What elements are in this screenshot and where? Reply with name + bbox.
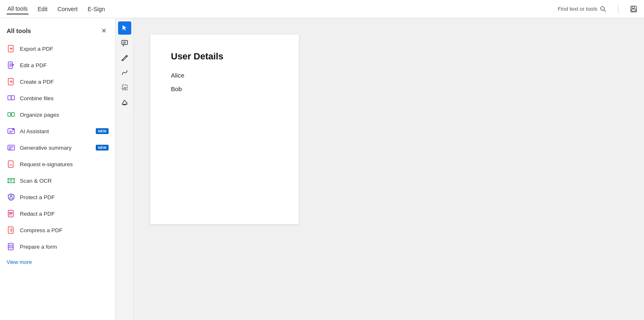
organize-icon xyxy=(7,110,16,119)
tool-protect-label: Protect a PDF xyxy=(20,194,55,200)
redact-pdf-icon xyxy=(7,209,16,218)
tool-redact[interactable]: Redact a PDF xyxy=(0,205,115,222)
tool-create-pdf-label: Create a PDF xyxy=(20,79,54,85)
save-icon[interactable] xyxy=(630,5,637,13)
export-pdf-icon xyxy=(7,44,16,53)
search-label: Find text or tools xyxy=(558,6,597,12)
svg-rect-21 xyxy=(8,243,13,250)
draw-tool-button[interactable] xyxy=(118,51,131,64)
svg-rect-22 xyxy=(9,245,12,246)
svg-rect-4 xyxy=(632,9,636,11)
tool-export-pdf-label: Export a PDF xyxy=(20,46,53,52)
add-comment-button[interactable] xyxy=(118,36,131,49)
tool-gen-summary-label: Generative summary xyxy=(20,145,71,151)
ai-assistant-new-badge: NEW xyxy=(96,128,109,134)
protect-pdf-icon xyxy=(7,193,16,202)
tool-compress-label: Compress a PDF xyxy=(20,227,63,233)
tool-combine[interactable]: Combine files xyxy=(0,90,115,106)
svg-text:AI: AI xyxy=(123,87,126,89)
prepare-form-icon xyxy=(7,242,16,251)
gen-summary-icon xyxy=(7,143,16,152)
tool-ai-assistant-label: AI Assistant xyxy=(20,128,49,134)
tool-prepare-form[interactable]: Prepare a form xyxy=(0,238,115,255)
sidebar: All tools ✕ Export a PDF Edit a xyxy=(0,18,116,320)
ai-select-button[interactable]: AI xyxy=(118,81,131,94)
create-pdf-icon xyxy=(7,77,16,86)
tool-organize-label: Organize pages xyxy=(20,112,59,118)
close-sidebar-button[interactable]: ✕ xyxy=(99,26,109,35)
main-content: User Details Alice Bob xyxy=(134,18,644,320)
top-nav: All tools Edit Convert E-Sign Find text … xyxy=(0,0,644,18)
svg-line-1 xyxy=(604,10,606,12)
nav-edit[interactable]: Edit xyxy=(37,4,48,14)
tool-scan-ocr-label: Scan & OCR xyxy=(20,178,52,184)
tool-request-esign[interactable]: Request e-signatures xyxy=(0,156,115,172)
svg-rect-3 xyxy=(632,6,635,8)
svg-rect-16 xyxy=(8,179,14,183)
freehand-button[interactable] xyxy=(118,66,131,79)
svg-point-13 xyxy=(12,128,14,130)
search-area[interactable]: Find text or tools xyxy=(558,6,606,12)
svg-rect-19 xyxy=(9,212,12,214)
document-heading: User Details xyxy=(171,51,278,62)
svg-rect-23 xyxy=(9,247,12,248)
svg-rect-20 xyxy=(8,227,13,233)
svg-rect-15 xyxy=(8,161,13,167)
ai-assistant-icon xyxy=(7,127,16,136)
scan-ocr-icon xyxy=(7,176,16,185)
tool-combine-label: Combine files xyxy=(20,95,54,101)
nav-all-tools[interactable]: All tools xyxy=(7,4,28,14)
toolbar: AI xyxy=(116,18,134,320)
nav-convert[interactable]: Convert xyxy=(57,4,78,14)
svg-rect-10 xyxy=(8,113,11,116)
document-page: User Details Alice Bob xyxy=(150,35,299,224)
tool-scan-ocr[interactable]: Scan & OCR xyxy=(0,172,115,189)
request-esign-icon xyxy=(7,160,16,169)
view-more-link[interactable]: View more xyxy=(0,255,115,269)
svg-rect-17 xyxy=(10,197,12,199)
tool-organize[interactable]: Organize pages xyxy=(0,106,115,123)
document-line-1: Alice xyxy=(171,72,278,79)
edit-pdf-icon xyxy=(7,61,16,70)
svg-rect-11 xyxy=(12,113,14,116)
tool-request-esign-label: Request e-signatures xyxy=(20,161,73,167)
tool-ai-assistant[interactable]: AI Assistant NEW xyxy=(0,123,115,139)
tool-compress[interactable]: Compress a PDF xyxy=(0,222,115,238)
svg-rect-24 xyxy=(122,40,128,45)
tool-protect[interactable]: Protect a PDF xyxy=(0,189,115,205)
document-line-2: Bob xyxy=(171,85,278,92)
nav-divider xyxy=(618,5,618,13)
main-layout: All tools ✕ Export a PDF Edit a xyxy=(0,18,644,320)
compress-pdf-icon xyxy=(7,226,16,235)
search-icon xyxy=(600,6,606,12)
tool-redact-label: Redact a PDF xyxy=(20,211,55,217)
svg-point-0 xyxy=(601,7,604,10)
combine-icon xyxy=(7,94,16,103)
tool-edit-pdf-label: Edit a PDF xyxy=(20,62,47,68)
sidebar-title: All tools xyxy=(7,27,31,34)
nav-esign[interactable]: E-Sign xyxy=(87,4,106,14)
gen-summary-new-badge: NEW xyxy=(96,145,109,151)
tool-prepare-form-label: Prepare a form xyxy=(20,244,57,250)
tool-gen-summary[interactable]: Generative summary NEW xyxy=(0,139,115,156)
erase-button[interactable] xyxy=(118,96,131,109)
tool-export-pdf[interactable]: Export a PDF xyxy=(0,40,115,57)
tool-edit-pdf[interactable]: Edit a PDF xyxy=(0,57,115,73)
tool-create-pdf[interactable]: Create a PDF xyxy=(0,73,115,90)
select-tool-button[interactable] xyxy=(118,21,131,35)
sidebar-header: All tools ✕ xyxy=(0,23,115,40)
